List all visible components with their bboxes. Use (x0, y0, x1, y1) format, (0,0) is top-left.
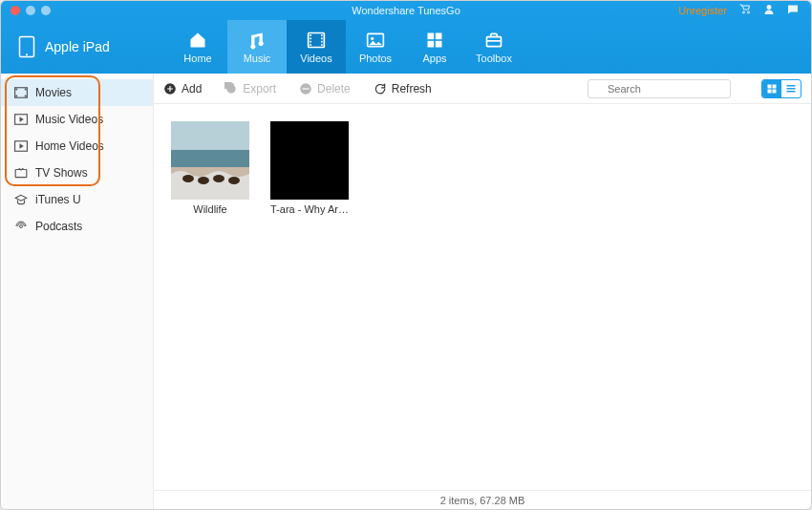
nav-toolbox[interactable]: Toolbox (464, 20, 524, 74)
sidebar-item-podcasts[interactable]: Podcasts (1, 213, 153, 240)
sidebar-item-label: Movies (35, 86, 72, 99)
device-selector[interactable]: Apple iPad (1, 20, 168, 74)
svg-point-43 (198, 177, 209, 184)
search-input[interactable] (588, 79, 731, 98)
sidebar-item-tv-shows[interactable]: TV Shows (1, 159, 153, 186)
thumbnail (171, 121, 249, 200)
svg-rect-22 (25, 89, 26, 90)
list-view-button[interactable] (781, 80, 801, 97)
sidebar-item-label: iTunes U (35, 193, 81, 206)
main-nav: Home Music Videos Photos Apps (168, 20, 524, 74)
svg-rect-36 (787, 85, 796, 87)
delete-label: Delete (317, 82, 351, 96)
item-grid: Wildlife T-ara - Why Are… (154, 104, 811, 490)
svg-point-44 (213, 175, 224, 182)
graduation-icon (14, 194, 28, 205)
close-icon[interactable] (11, 6, 20, 15)
search-wrap (588, 79, 731, 98)
unregister-link[interactable]: Unregister (678, 5, 727, 16)
svg-rect-5 (310, 40, 311, 42)
nav-photos-label: Photos (359, 53, 392, 64)
list-icon (785, 83, 797, 95)
sidebar-item-label: Music Videos (35, 113, 103, 126)
grid-icon (766, 83, 778, 95)
window-controls (1, 6, 51, 15)
music-icon (247, 31, 267, 50)
svg-rect-7 (321, 34, 323, 36)
home-video-icon (14, 140, 28, 152)
body: Movies Music Videos Home Videos TV Shows… (1, 74, 811, 509)
nav-photos[interactable]: Photos (346, 20, 405, 74)
nav-toolbox-label: Toolbox (476, 53, 512, 64)
sidebar: Movies Music Videos Home Videos TV Shows… (1, 74, 154, 509)
svg-rect-38 (787, 91, 796, 93)
export-label: Export (243, 82, 276, 96)
svg-point-45 (228, 177, 240, 184)
video-item[interactable]: Wildlife (171, 121, 249, 215)
apps-icon (425, 31, 444, 50)
nav-home-label: Home (183, 53, 211, 64)
status-bar: 2 items, 67.28 MB (154, 490, 811, 509)
view-toggle (761, 79, 801, 98)
podcast-icon (14, 221, 28, 232)
video-item[interactable]: T-ara - Why Are… (270, 121, 349, 215)
svg-rect-10 (321, 44, 323, 46)
nav-videos-label: Videos (300, 53, 331, 64)
nav-music-label: Music (244, 53, 271, 64)
sidebar-item-label: TV Shows (35, 166, 88, 180)
minus-circle-icon (299, 82, 312, 96)
minimize-icon[interactable] (26, 6, 35, 15)
svg-rect-32 (768, 84, 772, 88)
nav-music[interactable]: Music (227, 20, 287, 74)
export-button[interactable]: Export (224, 82, 276, 96)
music-video-icon (14, 114, 28, 125)
svg-rect-23 (25, 96, 26, 96)
sidebar-item-music-videos[interactable]: Music Videos (1, 106, 153, 133)
svg-rect-21 (16, 96, 17, 96)
refresh-button[interactable]: Refresh (374, 82, 432, 96)
svg-rect-34 (768, 89, 772, 93)
svg-point-27 (20, 225, 23, 228)
sidebar-item-label: Home Videos (35, 139, 104, 153)
svg-point-42 (182, 175, 194, 182)
svg-rect-6 (310, 44, 311, 46)
user-icon[interactable] (763, 4, 775, 17)
sidebar-item-home-videos[interactable]: Home Videos (1, 133, 153, 159)
svg-rect-3 (310, 34, 311, 36)
svg-rect-8 (321, 37, 323, 39)
nav-apps-label: Apps (422, 53, 446, 64)
svg-rect-13 (428, 32, 435, 39)
content: Add Export Delete Refresh (154, 74, 811, 509)
svg-rect-39 (171, 121, 249, 150)
nav-videos[interactable]: Videos (287, 20, 346, 74)
delete-button[interactable]: Delete (299, 82, 351, 96)
feedback-icon[interactable] (786, 4, 800, 17)
refresh-icon (374, 82, 387, 96)
svg-rect-4 (310, 37, 311, 39)
svg-rect-14 (436, 32, 442, 39)
cart-icon[interactable] (738, 4, 752, 17)
svg-rect-15 (428, 40, 435, 47)
item-title: Wildlife (171, 203, 249, 215)
svg-rect-40 (171, 150, 249, 167)
svg-rect-16 (436, 40, 442, 47)
nav-apps[interactable]: Apps (405, 20, 464, 74)
grid-view-button[interactable] (762, 80, 781, 97)
refresh-label: Refresh (392, 82, 432, 96)
add-button[interactable]: Add (163, 82, 202, 96)
svg-rect-9 (321, 40, 323, 42)
sidebar-item-movies[interactable]: Movies (1, 79, 153, 106)
item-title: T-ara - Why Are… (270, 203, 349, 215)
add-label: Add (182, 82, 202, 96)
nav-row: Apple iPad Home Music Videos Photos (1, 20, 811, 74)
wildlife-thumbnail (171, 121, 249, 200)
videos-icon (307, 31, 326, 50)
maximize-icon[interactable] (41, 6, 51, 15)
device-name: Apple iPad (45, 39, 110, 54)
sidebar-item-itunes-u[interactable]: iTunes U (1, 186, 153, 213)
plus-circle-icon (163, 82, 177, 96)
nav-home[interactable]: Home (168, 20, 227, 74)
app-window: Wondershare TunesGo Unregister Apple iPa… (0, 0, 812, 510)
film-icon (14, 87, 28, 98)
toolbox-icon (483, 31, 504, 50)
